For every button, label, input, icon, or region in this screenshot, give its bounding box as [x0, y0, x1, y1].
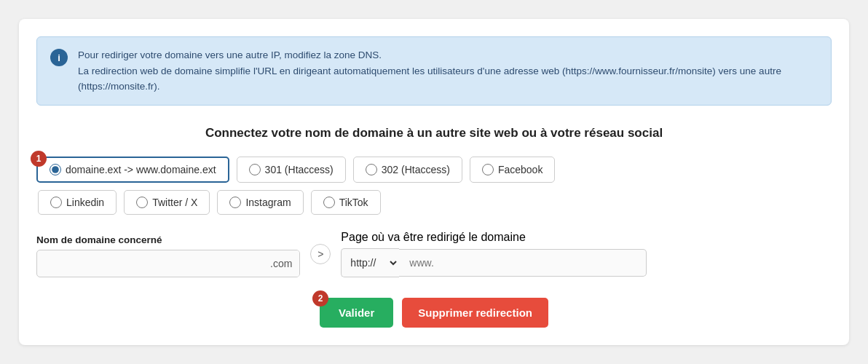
radio-input-1[interactable]	[50, 164, 61, 175]
radio-option-7[interactable]: Instagram	[217, 190, 303, 215]
radio-label-2: 301 (Htaccess)	[265, 164, 334, 175]
domain-field-group: Nom de domaine concerné .com	[36, 234, 300, 277]
domain-suffix: .com	[270, 250, 299, 277]
radio-label-6: Twitter / X	[152, 197, 197, 208]
radio-input-7[interactable]	[229, 197, 241, 208]
info-box: i Pour rediriger votre domaine vers une …	[36, 36, 832, 106]
arrow-button[interactable]: >	[310, 244, 331, 264]
radio-input-2[interactable]	[249, 164, 261, 175]
main-card: i Pour rediriger votre domaine vers une …	[19, 19, 849, 345]
domain-input[interactable]	[37, 250, 270, 277]
info-line2: La redirection web de domaine simplifie …	[78, 66, 781, 92]
protocol-select[interactable]: http:// https://	[341, 248, 399, 277]
radio-option-3[interactable]: 302 (Htaccess)	[353, 157, 462, 183]
step-badge-2: 2	[312, 290, 328, 306]
domain-label: Nom de domaine concerné	[36, 234, 300, 245]
radio-input-8[interactable]	[323, 197, 335, 208]
radio-input-3[interactable]	[366, 164, 377, 175]
radio-label-8: TikTok	[339, 197, 368, 208]
info-text: Pour rediriger votre domaine vers une au…	[78, 47, 818, 95]
radio-group-row1: 1 domaine.ext -> www.domaine.ext 301 (Ht…	[36, 157, 832, 183]
valider-label: Valider	[339, 306, 374, 319]
step-badge-1: 1	[31, 151, 47, 167]
radio-label-3: 302 (Htaccess)	[382, 164, 450, 175]
radio-option-6[interactable]: Twitter / X	[124, 190, 210, 215]
radio-label-1: domaine.ext -> www.domaine.ext	[66, 164, 216, 175]
radio-label-4: Facebook	[498, 164, 542, 175]
radio-option-2[interactable]: 301 (Htaccess)	[237, 157, 346, 183]
radio-option-4[interactable]: Facebook	[470, 157, 555, 183]
redirect-input-wrap: http:// https://	[341, 248, 832, 277]
radio-input-6[interactable]	[136, 197, 148, 208]
radio-input-4[interactable]	[482, 164, 494, 175]
valider-button[interactable]: 2 Valider	[320, 298, 393, 328]
radio-label-7: Instagram	[245, 197, 291, 208]
info-line1: Pour rediriger votre domaine vers une au…	[78, 50, 382, 60]
domain-input-wrap: .com	[36, 250, 300, 277]
redirect-field-group: Page où va être redirigé le domaine http…	[341, 231, 832, 277]
supprimer-label: Supprimer redirection	[418, 306, 532, 319]
radio-label-5: Linkedin	[66, 197, 104, 208]
info-icon: i	[50, 49, 68, 66]
supprimer-button[interactable]: Supprimer redirection	[402, 298, 548, 328]
radio-option-8[interactable]: TikTok	[311, 190, 381, 215]
radio-option-5[interactable]: Linkedin	[38, 190, 117, 215]
section-title: Connectez votre nom de domaine à un autr…	[36, 126, 832, 141]
redirect-input[interactable]	[399, 249, 647, 277]
radio-option-1[interactable]: 1 domaine.ext -> www.domaine.ext	[36, 157, 229, 183]
buttons-row: 2 Valider Supprimer redirection	[36, 298, 832, 328]
redirect-label: Page où va être redirigé le domaine	[341, 231, 832, 244]
radio-group-row2: Linkedin Twitter / X Instagram TikTok	[38, 190, 832, 215]
radio-input-5[interactable]	[50, 197, 62, 208]
fields-row: Nom de domaine concerné .com > Page où v…	[36, 231, 832, 277]
